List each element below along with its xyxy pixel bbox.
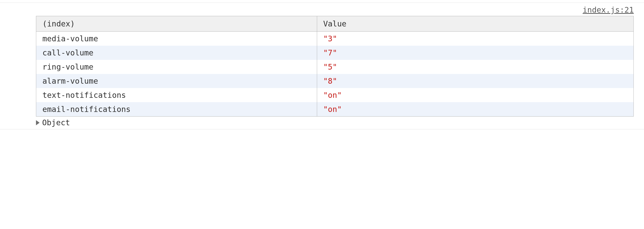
table-row[interactable]: text-notifications "on" (36, 88, 634, 102)
cell-value: "3" (317, 32, 633, 46)
cell-index: media-volume (36, 32, 317, 46)
table-row[interactable]: media-volume "3" (36, 32, 634, 46)
cell-value: "5" (317, 60, 633, 74)
disclosure-triangle-icon[interactable] (36, 120, 40, 125)
table-header-row: (index) Value (36, 16, 634, 32)
column-header-index[interactable]: (index) (36, 16, 317, 32)
cell-value: "on" (317, 102, 633, 117)
cell-value: "on" (317, 88, 633, 102)
cell-index: email-notifications (36, 102, 317, 117)
cell-index: call-volume (36, 46, 317, 60)
cell-index: ring-volume (36, 60, 317, 74)
table-row[interactable]: alarm-volume "8" (36, 74, 634, 88)
cell-index: alarm-volume (36, 74, 317, 88)
table-row[interactable]: ring-volume "5" (36, 60, 634, 74)
table-row[interactable]: email-notifications "on" (36, 102, 634, 117)
cell-index: text-notifications (36, 88, 317, 102)
table-row[interactable]: call-volume "7" (36, 46, 634, 60)
object-label: Object (42, 118, 70, 127)
source-location: index.js:21 (0, 4, 644, 16)
object-preview[interactable]: Object (36, 118, 644, 127)
cell-value: "7" (317, 46, 633, 60)
column-header-value[interactable]: Value (317, 16, 633, 32)
cell-value: "8" (317, 74, 633, 88)
source-link[interactable]: index.js:21 (583, 5, 634, 14)
console-log-entry: index.js:21 (index) Value media-volume "… (0, 3, 644, 129)
console-table: (index) Value media-volume "3" call-volu… (36, 16, 634, 117)
